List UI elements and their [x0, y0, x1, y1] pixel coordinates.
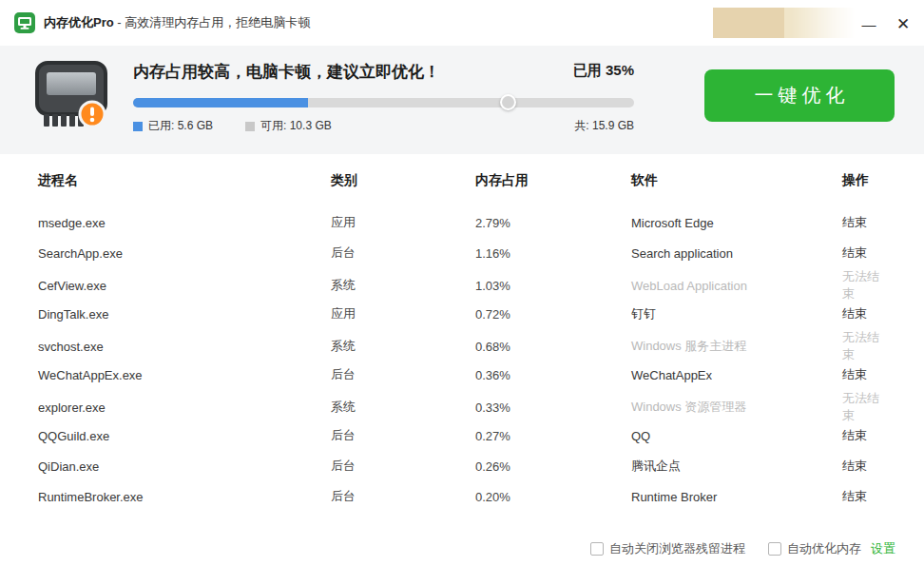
column-header-action: 操作 — [842, 172, 886, 189]
process-category: 系统 — [331, 277, 475, 294]
end-process-button[interactable]: 结束 — [842, 458, 886, 475]
memory-total-label: 共: 15.9 GB — [574, 118, 634, 134]
auto-close-browser-label: 自动关闭浏览器残留进程 — [609, 540, 745, 557]
process-name: DingTalk.exe — [38, 307, 331, 322]
process-memory-percent: 0.33% — [475, 400, 631, 415]
process-memory-percent: 1.03% — [475, 279, 631, 293]
process-memory-percent: 0.26% — [475, 459, 631, 474]
process-category: 后台 — [331, 427, 475, 444]
table-row: QQGuild.exe 后台 0.27% QQ 结束 — [38, 420, 886, 451]
process-name: msedge.exe — [38, 216, 331, 230]
process-name: explorer.exe — [38, 400, 331, 415]
table-row: DingTalk.exe 应用 0.72% 钉钉 结束 — [38, 299, 886, 329]
table-row: SearchApp.exe 后台 1.16% Search applicatio… — [38, 238, 886, 268]
auto-optimize-label: 自动优化内存 — [787, 540, 861, 557]
titlebar: 内存优化Pro - 高效清理内存占用，拒绝电脑卡顿 — ✕ — [0, 0, 924, 46]
process-name: svchost.exe — [38, 340, 331, 354]
settings-link[interactable]: 设置 — [871, 540, 895, 557]
cannot-end-label: 无法结束 — [842, 268, 886, 303]
table-row: QiDian.exe 后台 0.26% 腾讯企点 结束 — [38, 451, 886, 481]
legend-used-swatch — [133, 122, 143, 131]
column-header-category: 类别 — [331, 172, 475, 189]
process-category: 后台 — [331, 366, 475, 383]
window-title: 内存优化Pro - 高效清理内存占用，拒绝电脑卡顿 — [44, 14, 310, 31]
software-name: 钉钉 — [631, 305, 842, 322]
one-click-optimize-button[interactable]: 一键优化 — [704, 69, 895, 122]
software-name: Windows 服务主进程 — [631, 338, 842, 355]
software-name: Microsoft Edge — [631, 216, 842, 230]
window-title-subtitle: - 高效清理内存占用，拒绝电脑卡顿 — [114, 15, 311, 29]
column-header-memory: 内存占用 — [475, 172, 631, 189]
process-name: QQGuild.exe — [38, 429, 331, 443]
process-name: WeChatAppEx.exe — [38, 368, 331, 382]
end-process-button[interactable]: 结束 — [842, 214, 886, 231]
end-process-button[interactable]: 结束 — [842, 305, 886, 322]
alert-title: 内存占用较高，电脑卡顿，建议立即优化！ — [133, 61, 440, 83]
process-category: 后台 — [331, 458, 475, 475]
memory-used-percent-label: 已用 35% — [573, 62, 634, 80]
software-name: WebLoad Application — [631, 279, 842, 293]
window-title-app-name: 内存优化Pro — [44, 15, 114, 29]
table-row: WeChatAppEx.exe 后台 0.36% WeChatAppEx 结束 — [38, 360, 886, 390]
process-memory-percent: 0.27% — [475, 429, 631, 443]
censored-user-info — [713, 8, 856, 38]
process-table: 进程名 类别 内存占用 软件 操作 msedge.exe 应用 2.79% Mi… — [0, 154, 924, 512]
memory-usage-bar — [133, 98, 634, 107]
end-process-button[interactable]: 结束 — [842, 244, 886, 262]
auto-optimize-checkbox[interactable] — [768, 542, 781, 556]
column-header-software: 软件 — [631, 172, 842, 189]
software-name: QQ — [631, 429, 842, 443]
memory-legend: 已用: 5.6 GB 可用: 10.3 GB 共: 15.9 GB — [133, 118, 634, 134]
process-memory-percent: 2.79% — [475, 216, 631, 230]
process-category: 应用 — [331, 305, 475, 322]
legend-used: 已用: 5.6 GB — [133, 118, 213, 134]
app-window: 内存优化Pro - 高效清理内存占用，拒绝电脑卡顿 — ✕ — [0, 0, 924, 566]
process-memory-percent: 0.20% — [475, 490, 631, 504]
legend-used-label: 已用: 5.6 GB — [148, 118, 213, 134]
auto-close-browser-checkbox[interactable] — [590, 542, 604, 556]
memory-summary-panel: 内存占用较高，电脑卡顿，建议立即优化！ 已用 35% 已用: 5.6 GB 可用… — [0, 46, 924, 154]
table-row: RuntimeBroker.exe 后台 0.20% Runtime Broke… — [38, 481, 886, 512]
process-name: SearchApp.exe — [38, 246, 331, 261]
cannot-end-label: 无法结束 — [842, 390, 886, 424]
process-memory-percent: 1.16% — [475, 246, 631, 261]
cannot-end-label: 无法结束 — [842, 329, 886, 363]
legend-free-swatch — [245, 122, 255, 131]
legend-free-label: 可用: 10.3 GB — [260, 118, 332, 134]
process-name: QiDian.exe — [38, 459, 331, 474]
end-process-button[interactable]: 结束 — [842, 366, 886, 383]
software-name: 腾讯企点 — [631, 458, 842, 475]
minimize-button[interactable]: — — [856, 10, 882, 37]
process-category: 系统 — [331, 399, 475, 416]
software-name: WeChatAppEx — [631, 368, 842, 382]
process-table-header: 进程名 类别 内存占用 软件 操作 — [38, 154, 886, 207]
process-category: 后台 — [331, 244, 475, 262]
software-name: Search application — [631, 246, 842, 261]
process-table-body: msedge.exe 应用 2.79% Microsoft Edge 结束 Se… — [38, 207, 886, 512]
process-category: 后台 — [331, 488, 475, 505]
footer-options: 自动关闭浏览器残留进程 自动优化内存 设置 — [590, 540, 895, 557]
software-name: Windows 资源管理器 — [631, 399, 842, 416]
process-category: 系统 — [331, 338, 475, 355]
close-button[interactable]: ✕ — [890, 10, 916, 37]
software-name: Runtime Broker — [631, 490, 842, 504]
end-process-button[interactable]: 结束 — [842, 427, 886, 444]
column-header-process: 进程名 — [38, 172, 331, 189]
process-category: 应用 — [331, 214, 475, 231]
threshold-slider-handle[interactable] — [500, 94, 516, 110]
app-icon — [13, 11, 36, 34]
table-row: CefView.exe 系统 1.03% WebLoad Application… — [38, 268, 886, 299]
memory-used-fill — [133, 98, 308, 107]
table-row: msedge.exe 应用 2.79% Microsoft Edge 结束 — [38, 207, 886, 238]
process-name: CefView.exe — [38, 279, 331, 293]
auto-optimize-option[interactable]: 自动优化内存 — [768, 540, 861, 557]
end-process-button[interactable]: 结束 — [842, 488, 886, 505]
legend-free: 可用: 10.3 GB — [245, 118, 332, 134]
process-memory-percent: 0.72% — [475, 307, 631, 322]
process-memory-percent: 0.68% — [475, 340, 631, 354]
auto-close-browser-option[interactable]: 自动关闭浏览器残留进程 — [590, 540, 745, 557]
table-row: svchost.exe 系统 0.68% Windows 服务主进程 无法结束 — [38, 329, 886, 360]
table-row: explorer.exe 系统 0.33% Windows 资源管理器 无法结束 — [38, 390, 886, 420]
process-name: RuntimeBroker.exe — [38, 490, 331, 504]
process-memory-percent: 0.36% — [475, 368, 631, 382]
